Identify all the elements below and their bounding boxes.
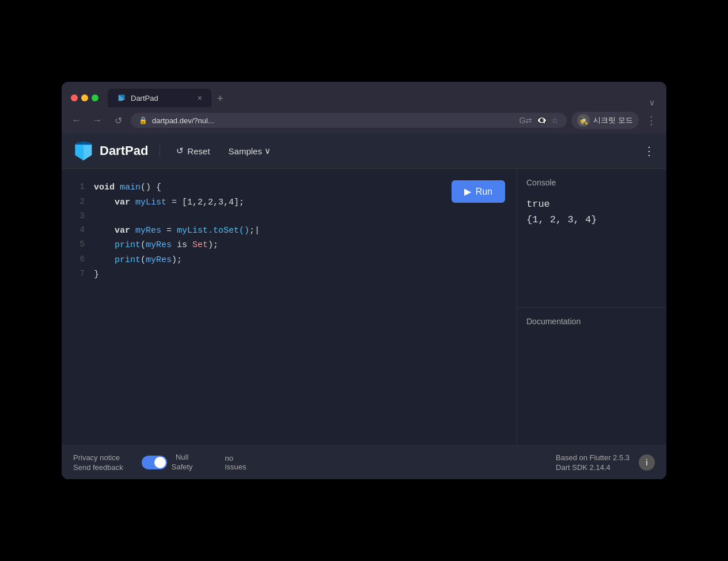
sdk-line1: Based on Flutter 2.5.3 bbox=[556, 453, 630, 462]
line-code: void main() { bbox=[94, 180, 161, 195]
nav-bar: ← → ↺ 🔒 dartpad.dev/?nul... G⇄ 👁‍🗨 ☆ 🕵 시… bbox=[62, 107, 666, 134]
null-safety-label: Null Safety bbox=[172, 453, 193, 472]
samples-button[interactable]: Samples ∨ bbox=[224, 143, 275, 158]
issues-line1: no bbox=[225, 454, 247, 463]
feedback-link[interactable]: Send feedback bbox=[73, 463, 123, 472]
app-title: DartPad bbox=[100, 143, 148, 158]
code-line-2: 2 var myList = [1,2,2,3,4]; bbox=[62, 195, 517, 210]
line-code: } bbox=[94, 267, 99, 282]
dartpad-app: DartPad ↺ Reset Samples ∨ ⋮ ▶ Run bbox=[62, 134, 666, 479]
dart-tab-icon bbox=[117, 93, 126, 103]
browser-window: DartPad × + ∨ ← → ↺ 🔒 dartpad.dev/?nul..… bbox=[62, 82, 666, 479]
forward-button[interactable]: → bbox=[89, 112, 105, 128]
run-play-icon: ▶ bbox=[464, 186, 471, 197]
code-line-7: 7 } bbox=[62, 267, 517, 282]
header-divider bbox=[160, 145, 160, 157]
console-line-1: true bbox=[526, 196, 657, 212]
line-number: 7 bbox=[71, 267, 85, 281]
samples-label: Samples bbox=[229, 146, 262, 156]
toggle-knob bbox=[154, 457, 166, 468]
maximize-window-button[interactable] bbox=[92, 94, 98, 101]
header-more-button[interactable]: ⋮ bbox=[643, 144, 655, 158]
main-content: ▶ Run 1 void main() { 2 var myList = [1,… bbox=[62, 169, 666, 445]
dart-logo-icon bbox=[73, 141, 94, 161]
tabs-row: DartPad × + ∨ bbox=[108, 89, 657, 107]
eye-slash-icon[interactable]: 👁‍🗨 bbox=[537, 116, 547, 125]
svg-marker-1 bbox=[75, 141, 92, 145]
traffic-lights bbox=[71, 94, 98, 101]
lock-icon: 🔒 bbox=[139, 116, 147, 124]
tab-dartpad[interactable]: DartPad × bbox=[108, 89, 211, 107]
reset-button[interactable]: ↺ Reset bbox=[172, 143, 214, 158]
browser-more-button[interactable]: ⋮ bbox=[643, 114, 659, 127]
code-line-4: 4 var myRes = myList.toSet();| bbox=[62, 223, 517, 238]
line-number: 1 bbox=[71, 180, 85, 194]
info-button[interactable]: i bbox=[639, 454, 655, 471]
dart-logo: DartPad bbox=[73, 141, 148, 161]
console-output: true {1, 2, 3, 4} bbox=[526, 196, 657, 228]
run-button-container: ▶ Run bbox=[452, 180, 505, 203]
samples-chevron-icon: ∨ bbox=[264, 146, 271, 156]
code-line-1: 1 void main() { bbox=[62, 180, 517, 195]
bookmark-icon[interactable]: ☆ bbox=[551, 116, 559, 125]
browser-chrome: DartPad × + ∨ ← → ↺ 🔒 dartpad.dev/?nul..… bbox=[62, 82, 666, 134]
tab-close-button[interactable]: × bbox=[198, 93, 202, 103]
privacy-link[interactable]: Privacy notice bbox=[73, 453, 123, 462]
run-label: Run bbox=[476, 187, 492, 197]
issues-line2: issues bbox=[225, 463, 247, 471]
line-code: var myRes = myList.toSet();| bbox=[94, 223, 260, 238]
line-number: 3 bbox=[71, 210, 85, 223]
line-number: 6 bbox=[71, 253, 85, 267]
docs-title: Documentation bbox=[526, 317, 657, 326]
line-number: 4 bbox=[71, 223, 85, 237]
null-label-line2: Safety bbox=[172, 463, 193, 472]
line-number: 5 bbox=[71, 238, 85, 252]
line-code: print(myRes); bbox=[94, 253, 182, 268]
app-header: DartPad ↺ Reset Samples ∨ ⋮ bbox=[62, 134, 666, 169]
issues-status[interactable]: no issues bbox=[225, 454, 247, 471]
null-label-line1: Null bbox=[172, 453, 193, 463]
console-section: Console true {1, 2, 3, 4} bbox=[517, 169, 666, 308]
reset-label: Reset bbox=[187, 146, 210, 156]
line-code: var myList = [1,2,2,3,4]; bbox=[94, 195, 244, 210]
line-code: print(myRes is Set); bbox=[94, 238, 218, 253]
null-safety-toggle-group: Null Safety bbox=[142, 453, 193, 472]
reset-icon: ↺ bbox=[176, 146, 184, 156]
right-panel: Console true {1, 2, 3, 4} Documentation bbox=[517, 169, 666, 445]
footer-links: Privacy notice Send feedback bbox=[73, 453, 123, 472]
close-window-button[interactable] bbox=[71, 94, 78, 101]
reload-button[interactable]: ↺ bbox=[110, 112, 126, 128]
run-button[interactable]: ▶ Run bbox=[452, 180, 505, 203]
code-lines: 1 void main() { 2 var myList = [1,2,2,3,… bbox=[62, 180, 517, 282]
minimize-window-button[interactable] bbox=[81, 94, 88, 101]
code-line-3: 3 bbox=[62, 210, 517, 223]
tab-title: DartPad bbox=[131, 94, 193, 103]
back-button[interactable]: ← bbox=[69, 112, 85, 128]
code-line-6: 6 print(myRes); bbox=[62, 253, 517, 268]
code-panel[interactable]: ▶ Run 1 void main() { 2 var myList = [1,… bbox=[62, 169, 517, 445]
incognito-button[interactable]: 🕵 시크릿 모드 bbox=[571, 112, 639, 129]
address-bar[interactable]: 🔒 dartpad.dev/?nul... G⇄ 👁‍🗨 ☆ bbox=[131, 113, 567, 128]
console-line-2: {1, 2, 3, 4} bbox=[526, 212, 657, 228]
tab-chevron-icon[interactable]: ∨ bbox=[649, 98, 657, 107]
incognito-label: 시크릿 모드 bbox=[593, 115, 633, 126]
incognito-icon: 🕵 bbox=[577, 114, 590, 127]
sdk-line2: Dart SDK 2.14.4 bbox=[556, 463, 630, 472]
title-bar: DartPad × + ∨ bbox=[62, 82, 666, 107]
line-number: 2 bbox=[71, 195, 85, 209]
footer: Privacy notice Send feedback Null Safety… bbox=[62, 445, 666, 479]
docs-section: Documentation bbox=[517, 308, 666, 446]
null-safety-toggle[interactable] bbox=[142, 456, 167, 469]
translate-icon[interactable]: G⇄ bbox=[519, 116, 532, 125]
code-line-5: 5 print(myRes is Set); bbox=[62, 238, 517, 253]
new-tab-button[interactable]: + bbox=[213, 90, 228, 107]
console-title: Console bbox=[526, 178, 657, 187]
sdk-info: Based on Flutter 2.5.3 Dart SDK 2.14.4 bbox=[556, 453, 630, 472]
address-text: dartpad.dev/?nul... bbox=[152, 116, 514, 125]
svg-marker-2 bbox=[75, 145, 84, 160]
